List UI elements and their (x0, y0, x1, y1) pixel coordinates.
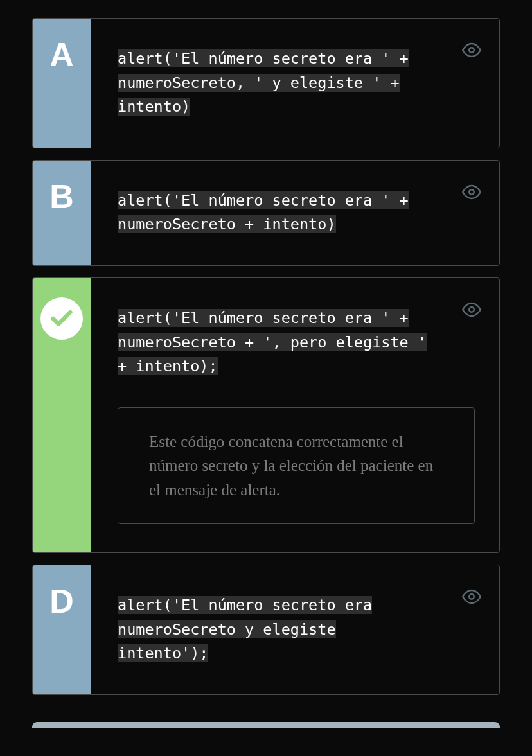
badge-letter: B (49, 180, 74, 213)
answer-badge-d: D (33, 565, 91, 694)
answer-code-a: alert('El número secreto era ' + numeroS… (118, 47, 432, 119)
answer-badge-a: A (33, 19, 91, 148)
svg-point-2 (469, 307, 474, 312)
answer-card-a[interactable]: A alert('El número secreto era ' + numer… (32, 18, 500, 148)
answer-content-d: alert('El número secreto era numeroSecre… (91, 565, 499, 694)
eye-icon[interactable] (462, 300, 481, 322)
eye-icon[interactable] (462, 182, 481, 204)
svg-point-1 (469, 189, 474, 195)
answer-card-c[interactable]: alert('El número secreto era ' + numeroS… (32, 277, 500, 553)
eye-icon[interactable] (462, 587, 481, 609)
answer-card-d[interactable]: D alert('El número secreto era numeroSec… (32, 565, 500, 695)
answer-code-c: alert('El número secreto era ' + numeroS… (118, 306, 432, 379)
explanation-text: Este código concatena correctamente el n… (149, 430, 443, 502)
badge-letter: D (49, 585, 74, 618)
answer-content-a: alert('El número secreto era ' + numeroS… (91, 19, 499, 148)
badge-letter: A (49, 38, 74, 71)
svg-point-0 (469, 48, 474, 53)
check-icon (40, 297, 83, 340)
answer-badge-b: B (33, 161, 91, 265)
answer-content-b: alert('El número secreto era ' + numeroS… (91, 161, 499, 265)
answer-code-d: alert('El número secreto era numeroSecre… (118, 593, 432, 666)
answer-badge-c-correct (33, 278, 91, 552)
bottom-bar[interactable] (32, 722, 500, 728)
eye-icon[interactable] (462, 40, 481, 62)
answer-code-b: alert('El número secreto era ' + numeroS… (118, 189, 432, 237)
answer-card-b[interactable]: B alert('El número secreto era ' + numer… (32, 160, 500, 266)
explanation-box: Este código concatena correctamente el n… (118, 407, 475, 525)
svg-point-3 (469, 595, 474, 600)
answer-content-c: alert('El número secreto era ' + numeroS… (91, 278, 499, 552)
